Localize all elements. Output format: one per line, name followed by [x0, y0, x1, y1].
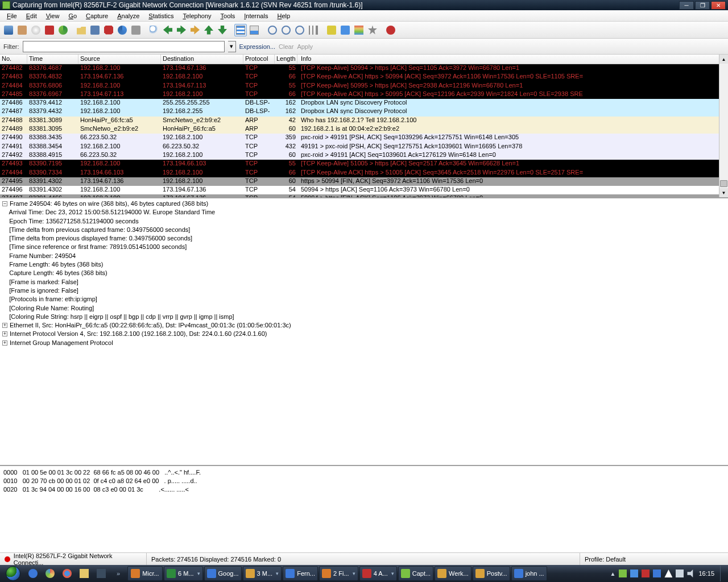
coloring-rules-button[interactable] — [353, 24, 365, 36]
taskbar-task[interactable]: 4 A...▾ — [359, 566, 397, 581]
volume-icon[interactable] — [687, 569, 695, 577]
tree-expand-icon[interactable]: + — [2, 340, 7, 346]
first-packet-button[interactable] — [202, 24, 215, 36]
column-protocol[interactable]: Protocol — [243, 55, 275, 64]
auto-scroll-button[interactable] — [248, 24, 260, 36]
column-time[interactable]: Time — [27, 55, 78, 64]
start-button[interactable] — [2, 566, 24, 581]
clear-button[interactable]: Clear — [279, 43, 293, 50]
tree-collapse-icon[interactable]: − — [2, 201, 7, 206]
menu-help[interactable]: Help — [272, 11, 295, 20]
packet-row[interactable]: 27448583376.6967173.194.67.113192.168.2.… — [0, 90, 728, 99]
open-button[interactable] — [75, 24, 88, 36]
packet-list-body[interactable]: 27448283376.4687192.168.2.100173.194.67.… — [0, 64, 728, 197]
packet-bytes-pane[interactable]: 0000 01 00 5e 00 01 3c 00 22 68 66 fc a5… — [0, 466, 728, 552]
packet-row[interactable]: 27449783391.4466192.168.2.100173.194.67.… — [0, 194, 728, 197]
taskbar-task[interactable]: Micr... — [127, 566, 163, 581]
go-back-button[interactable] — [162, 24, 174, 36]
column-source[interactable]: Source — [78, 55, 161, 64]
scroll-down-arrow[interactable]: ▼ — [719, 188, 728, 197]
show-desktop-button[interactable] — [720, 566, 726, 581]
packet-row[interactable]: 27449583391.4302173.194.67.136192.168.2.… — [0, 177, 728, 186]
pinned-firefox[interactable] — [59, 566, 75, 581]
taskbar-task[interactable]: john ... — [511, 566, 547, 581]
resize-columns-button[interactable] — [307, 24, 320, 36]
packet-row[interactable]: 27448483376.6806192.168.2.100173.194.67.… — [0, 82, 728, 90]
clock[interactable]: 16:15 — [698, 570, 714, 577]
scroll-thumb[interactable] — [720, 180, 727, 187]
preferences-button[interactable] — [366, 24, 379, 36]
pinned-media[interactable] — [93, 566, 109, 581]
menu-edit[interactable]: Edit — [22, 11, 42, 20]
capture-filters-button[interactable] — [325, 24, 338, 36]
column-length[interactable]: Length — [275, 55, 297, 64]
packet-list-scrollbar[interactable]: ▲ ▼ — [719, 55, 728, 197]
packet-row[interactable]: 27449183388.3454192.168.2.10066.223.50.3… — [0, 143, 728, 151]
packet-row[interactable]: 27449283388.491566.223.50.32192.168.2.10… — [0, 151, 728, 160]
taskbar-task[interactable]: 3 M...▾ — [243, 566, 282, 581]
taskbar-task[interactable]: Postv... — [473, 566, 510, 581]
packet-row[interactable]: 27448283376.4687192.168.2.100173.194.67.… — [0, 64, 728, 73]
packet-row[interactable]: 27448383376.4832173.194.67.136192.168.2.… — [0, 73, 728, 81]
show-hidden-icons[interactable]: ▲ — [610, 571, 616, 577]
zoom-out-button[interactable] — [280, 24, 292, 36]
colorize-button[interactable] — [234, 24, 247, 36]
taskbar-task[interactable]: Goog... — [204, 566, 242, 581]
stop-capture-button[interactable] — [43, 24, 56, 36]
status-profile[interactable]: Profile: Default — [580, 553, 728, 565]
pinned-explorer[interactable] — [76, 566, 92, 581]
packet-row[interactable]: 27448983381.3095SmcNetwo_e2:b9:e2HonHaiP… — [0, 125, 728, 134]
expression-button[interactable]: Expression... — [239, 43, 276, 50]
tree-expand-icon[interactable]: + — [2, 331, 7, 336]
tray-icon[interactable] — [619, 569, 627, 577]
menu-analyze[interactable]: Analyze — [113, 11, 144, 20]
zoom-in-button[interactable] — [266, 24, 279, 36]
tray-icon[interactable] — [630, 569, 638, 577]
column-destination[interactable]: Destination — [161, 55, 243, 64]
filter-dropdown[interactable]: ▾ — [228, 41, 236, 52]
tray-icon[interactable] — [653, 569, 661, 577]
taskbar-task[interactable]: Fern... — [283, 566, 318, 581]
packet-row[interactable]: 27449083388.343566.223.50.32192.168.2.10… — [0, 134, 728, 142]
last-packet-button[interactable] — [216, 24, 229, 36]
packet-row[interactable]: 27449383390.7195192.168.2.100173.194.66.… — [0, 160, 728, 168]
filter-input[interactable] — [23, 41, 225, 52]
minimize-button[interactable]: ─ — [679, 1, 694, 10]
packet-row[interactable]: 27449483390.7334173.194.66.103192.168.2.… — [0, 169, 728, 177]
scroll-up-arrow[interactable]: ▲ — [719, 55, 728, 64]
menu-file[interactable]: File — [2, 11, 22, 20]
taskbar-task[interactable]: 2 Fi...▾ — [319, 566, 358, 581]
status-interface[interactable]: Intel(R) 82567LF-2 Gigabit Network Conne… — [0, 553, 147, 565]
zoom-reset-button[interactable] — [293, 24, 306, 36]
tree-expand-icon[interactable]: + — [2, 323, 7, 328]
taskbar-task[interactable]: Werk... — [435, 566, 471, 581]
maximize-button[interactable]: ❐ — [695, 1, 710, 10]
column-info[interactable]: Info — [297, 55, 728, 64]
start-capture-button[interactable] — [30, 24, 42, 36]
taskbar-task[interactable]: Capt... — [398, 566, 433, 581]
menu-go[interactable]: Go — [64, 11, 81, 20]
menu-view[interactable]: View — [42, 11, 64, 20]
action-center-icon[interactable] — [664, 569, 672, 577]
network-icon[interactable] — [676, 569, 684, 577]
menu-telephony[interactable]: Telephony — [178, 11, 216, 20]
column-no[interactable]: No. — [0, 55, 27, 64]
packet-row[interactable]: 27449683391.4302192.168.2.100173.194.67.… — [0, 186, 728, 194]
close-file-button[interactable] — [102, 24, 115, 36]
interfaces-button[interactable] — [2, 24, 15, 36]
display-filters-button[interactable] — [339, 24, 351, 36]
menu-internals[interactable]: Internals — [239, 11, 272, 20]
system-tray[interactable]: ▲ 16:15 — [607, 569, 718, 577]
packet-details-pane[interactable]: −Frame 249504: 46 bytes on wire (368 bit… — [0, 198, 728, 466]
restart-capture-button[interactable] — [57, 24, 69, 36]
go-forward-button[interactable] — [175, 24, 188, 36]
pinned-ie[interactable] — [25, 566, 41, 581]
find-button[interactable] — [148, 24, 160, 36]
apply-button[interactable]: Apply — [297, 43, 313, 50]
goto-button[interactable] — [189, 24, 201, 36]
pinned-chrome[interactable] — [42, 566, 58, 581]
help-button[interactable] — [384, 24, 397, 36]
close-button[interactable]: ✕ — [711, 1, 726, 10]
reload-button[interactable] — [116, 24, 129, 36]
taskbar-task[interactable]: 6 M...▾ — [164, 566, 203, 581]
